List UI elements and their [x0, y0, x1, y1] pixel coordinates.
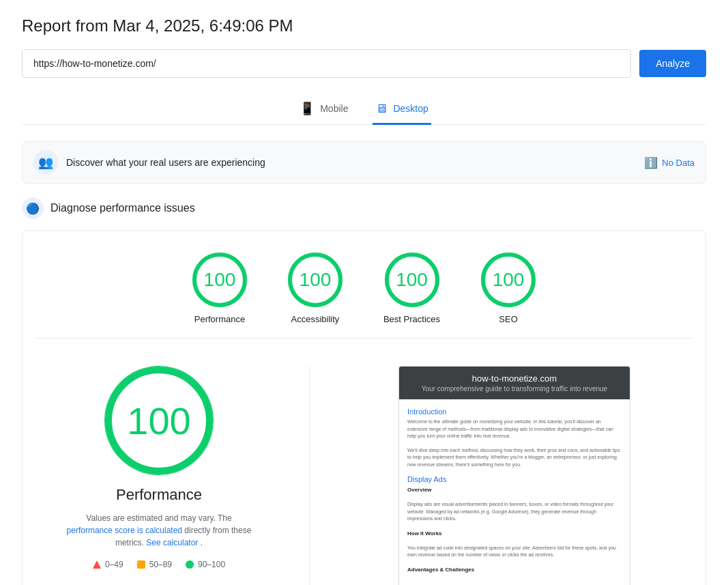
performance-score-link[interactable]: performance score is calculated: [67, 526, 185, 535]
screenshot-body: Introduction Welcome to the ultimate gui…: [399, 399, 630, 585]
desktop-icon: 🖥: [375, 102, 388, 116]
svg-point-1: [194, 255, 245, 305]
average-icon: [137, 560, 145, 569]
real-users-left: 👥 Discover what your real users are expe…: [33, 150, 265, 175]
scores-card: 100 Performance 100 Accessibility: [22, 230, 706, 585]
detail-description: Values are estimated and may vary. The p…: [63, 512, 254, 549]
tab-desktop[interactable]: 🖥 Desktop: [373, 94, 431, 125]
svg-point-7: [483, 255, 534, 305]
detail-desc-text: Values are estimated and may vary. The: [86, 513, 231, 523]
diagnose-icon: 🔵: [22, 197, 44, 219]
challenges-heading: Advantages & Challenges: [407, 566, 622, 574]
detail-section: 100 Performance Values are estimated and…: [36, 352, 692, 585]
svg-point-9: [108, 370, 209, 471]
fail-range: 0–49: [105, 560, 123, 569]
overview-heading: Overview: [407, 486, 622, 494]
detail-right: how-to-monetize.com Your comprehensive g…: [351, 366, 678, 585]
screenshot-site-name: how-to-monetize.com: [409, 373, 620, 384]
url-bar: Analyze: [22, 49, 706, 78]
view-tabs: 📱 Mobile 🖥 Desktop: [22, 94, 706, 125]
svg-point-5: [387, 255, 437, 305]
tab-mobile[interactable]: 📱 Mobile: [297, 94, 351, 125]
big-performance-circle: 100: [104, 366, 214, 475]
best-practices-label: Best Practices: [383, 314, 440, 324]
display-ads-title: Display Ads: [407, 475, 622, 483]
legend-average: 50–89: [137, 560, 172, 569]
legend: 0–49 50–89 90–100: [93, 560, 225, 569]
tab-mobile-label: Mobile: [320, 103, 348, 114]
mobile-icon: 📱: [300, 101, 315, 116]
legend-fail: 0–49: [93, 560, 123, 569]
scores-divider: [36, 338, 692, 339]
no-data-area: ℹ️ No Data: [644, 156, 695, 169]
performance-circle: 100: [192, 253, 247, 307]
scores-row: 100 Performance 100 Accessibility: [36, 253, 692, 324]
diagnose-section-header: 🔵 Diagnose performance issues: [22, 197, 706, 219]
best-practices-circle: 100: [385, 253, 439, 307]
screenshot-header: how-to-monetize.com Your comprehensive g…: [399, 367, 630, 399]
screenshot-card: how-to-monetize.com Your comprehensive g…: [398, 366, 630, 585]
accessibility-label: Accessibility: [291, 314, 340, 324]
performance-label: Performance: [194, 314, 245, 324]
report-title: Report from Mar 4, 2025, 6:49:06 PM: [22, 16, 706, 35]
average-range: 50–89: [149, 560, 172, 569]
seo-circle: 100: [481, 253, 536, 307]
calculator-link[interactable]: See calculator: [146, 538, 200, 547]
overview-text: Display ads are visual advertisements pl…: [407, 501, 622, 523]
legend-good: 90–100: [186, 560, 225, 569]
real-users-bar: 👥 Discover what your real users are expe…: [22, 141, 706, 184]
score-seo: 100 SEO: [481, 253, 536, 324]
url-input[interactable]: [22, 49, 631, 78]
accessibility-circle: 100: [288, 253, 343, 307]
score-accessibility: 100 Accessibility: [288, 253, 343, 324]
no-data-label: No Data: [662, 158, 695, 168]
fail-icon: [93, 560, 101, 569]
screenshot-tagline: Your comprehensive guide to transforming…: [409, 385, 620, 393]
vertical-divider: [309, 366, 310, 585]
good-icon: [186, 560, 194, 569]
real-users-icon: 👥: [33, 150, 58, 175]
analyze-button[interactable]: Analyze: [639, 50, 706, 77]
intro-para-1: Welcome to the ultimate guide on monetiz…: [407, 418, 622, 440]
page-container: Report from Mar 4, 2025, 6:49:06 PM Anal…: [0, 0, 728, 585]
detail-left: 100 Performance Values are estimated and…: [50, 366, 268, 569]
tab-desktop-label: Desktop: [393, 103, 428, 114]
how-it-works-heading: How It Works: [407, 530, 622, 538]
svg-point-3: [290, 255, 340, 305]
detail-performance-label: Performance: [116, 486, 202, 504]
score-best-practices: 100 Best Practices: [383, 253, 440, 324]
info-circle-icon: ℹ️: [644, 156, 658, 169]
good-range: 90–100: [198, 560, 225, 569]
score-performance: 100 Performance: [192, 253, 247, 324]
how-it-works-text: You integrate ad code into designated sp…: [407, 545, 622, 559]
diagnose-title: Diagnose performance issues: [50, 202, 195, 214]
real-users-text: Discover what your real users are experi…: [66, 157, 265, 168]
intro-para-2: We'll dive deep into each method, discus…: [407, 447, 622, 469]
seo-label: SEO: [499, 314, 517, 324]
intro-title: Introduction: [407, 408, 622, 416]
